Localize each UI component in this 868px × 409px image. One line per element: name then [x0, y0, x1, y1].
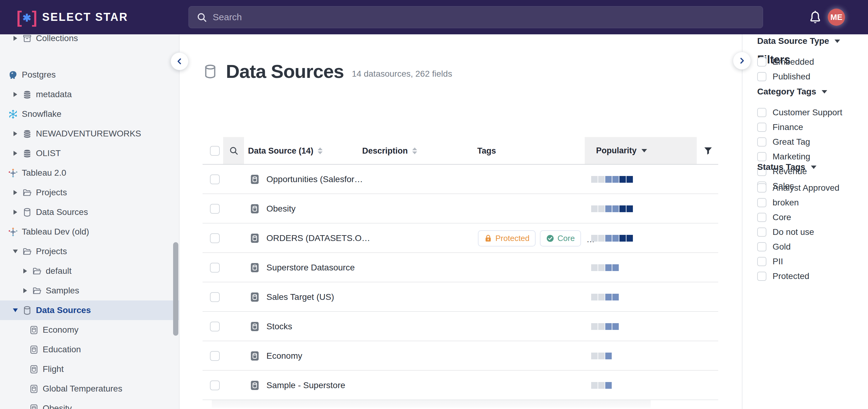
- table-row[interactable]: Sales Target (US): [203, 282, 718, 312]
- row-checkbox[interactable]: [210, 380, 220, 390]
- expand-caret-icon[interactable]: [20, 269, 30, 273]
- table-row[interactable]: Obesity: [203, 194, 718, 224]
- filter-checkbox[interactable]: [757, 213, 766, 222]
- sidebar-item[interactable]: Projects: [0, 242, 179, 261]
- sidebar-item[interactable]: Data Sources: [0, 202, 179, 222]
- sidebar-item[interactable]: metadata: [0, 84, 179, 104]
- sidebar-item[interactable]: Postgres: [0, 65, 179, 84]
- table-row[interactable]: Superstore Datasource: [203, 253, 718, 282]
- table-row[interactable]: Stocks: [203, 312, 718, 341]
- sidebar-scrollbar[interactable]: [173, 242, 178, 336]
- filter-checkbox[interactable]: [757, 123, 766, 132]
- expand-caret-icon[interactable]: [10, 131, 21, 136]
- sidebar-item[interactable]: Global Temperatures: [0, 379, 179, 399]
- sidebar-item[interactable]: Samples: [0, 281, 179, 301]
- row-checkbox[interactable]: [210, 292, 220, 302]
- sidebar-item[interactable]: Data Sources: [0, 301, 179, 320]
- row-checkbox[interactable]: [210, 321, 220, 332]
- sidebar-item[interactable]: Flight: [0, 359, 179, 379]
- row-checkbox[interactable]: [210, 233, 220, 243]
- table-row[interactable]: Opportunities (Salesfor…: [203, 165, 718, 194]
- sort-icons[interactable]: [318, 147, 322, 154]
- expand-caret-icon[interactable]: [10, 36, 21, 41]
- table-row[interactable]: Economy: [203, 341, 718, 371]
- brand-logo[interactable]: [✱] SELECT STAR: [17, 0, 128, 34]
- filter-checkbox[interactable]: [757, 108, 766, 117]
- expand-caret-icon[interactable]: [10, 308, 21, 312]
- filter-checkbox[interactable]: [757, 183, 766, 193]
- sidebar-item[interactable]: Obesity: [0, 399, 179, 409]
- datasource-name-link[interactable]: Economy: [267, 341, 302, 371]
- filter-section-header[interactable]: Data Source Type: [757, 34, 865, 48]
- sidebar-collapse-button[interactable]: [170, 53, 188, 70]
- datasource-name-link[interactable]: Superstore Datasource: [267, 253, 355, 282]
- filter-option: Great Tag: [757, 135, 865, 149]
- expand-caret-icon[interactable]: [10, 92, 21, 97]
- column-header-name[interactable]: Data Source (14): [248, 137, 322, 165]
- datasource-name-link[interactable]: Stocks: [267, 312, 292, 341]
- filters-collapse-button[interactable]: [733, 52, 751, 70]
- filter-section-header[interactable]: Category Tags: [757, 85, 865, 98]
- sidebar-item[interactable]: Education: [0, 340, 179, 359]
- table-search-button[interactable]: [223, 137, 244, 164]
- sidebar-item-label: Samples: [46, 286, 79, 296]
- filter-option: Customer Support: [757, 105, 865, 120]
- filter-option-label: Finance: [773, 122, 803, 132]
- datasource-name-link[interactable]: Sample - Superstore: [267, 371, 345, 400]
- sidebar-item[interactable]: NEWADVENTUREWORKS: [0, 124, 179, 143]
- notifications-bell-icon[interactable]: [808, 10, 822, 24]
- row-checkbox[interactable]: [210, 204, 220, 214]
- expand-caret-icon[interactable]: [20, 288, 30, 293]
- filter-checkbox[interactable]: [757, 257, 766, 266]
- column-header-popularity[interactable]: Popularity: [585, 137, 697, 164]
- popularity-segment: [591, 352, 598, 359]
- filter-checkbox[interactable]: [757, 72, 766, 81]
- filter-checkbox[interactable]: [757, 152, 766, 161]
- sidebar-item[interactable]: Projects: [0, 183, 179, 202]
- sidebar-item[interactable]: OLIST: [0, 143, 179, 163]
- filter-funnel-icon[interactable]: [703, 146, 713, 156]
- filter-checkbox[interactable]: [757, 137, 766, 146]
- tag-pill[interactable]: Protected: [478, 230, 536, 246]
- expand-caret-icon[interactable]: [10, 210, 21, 215]
- datasource-icon: [249, 349, 260, 363]
- datasource-icon: [29, 325, 39, 335]
- search-input[interactable]: [213, 12, 755, 22]
- expand-caret-icon[interactable]: [10, 249, 21, 253]
- select-all-checkbox[interactable]: [210, 146, 220, 156]
- row-checkbox[interactable]: [210, 351, 220, 361]
- row-checkbox[interactable]: [210, 174, 220, 184]
- table-row[interactable]: ORDERS (DATASETS.O… Protected Core: [203, 224, 718, 253]
- datasource-name-link[interactable]: Obesity: [267, 194, 296, 224]
- expand-caret-icon[interactable]: [10, 190, 21, 195]
- sidebar-item[interactable]: Tableau Dev (old): [0, 222, 179, 242]
- sort-icons[interactable]: [412, 147, 417, 154]
- sidebar-item[interactable]: Tableau 2.0: [0, 163, 179, 183]
- row-checkbox[interactable]: [210, 263, 220, 273]
- sidebar-item[interactable]: Collections: [0, 34, 179, 48]
- expand-caret-icon[interactable]: [10, 151, 21, 156]
- user-avatar[interactable]: ME: [828, 9, 845, 26]
- datasource-name-link[interactable]: Sales Target (US): [267, 282, 334, 312]
- sidebar-item[interactable]: default: [0, 261, 179, 281]
- datasources-icon: [22, 306, 32, 315]
- datasource-icon: [29, 365, 39, 374]
- tag-pill[interactable]: Core: [540, 230, 581, 246]
- filter-section: Status Tags Analyst Approved: [757, 160, 865, 283]
- filter-checkbox[interactable]: [757, 272, 766, 281]
- datasource-name-link[interactable]: ORDERS (DATASETS.O…: [267, 224, 370, 253]
- datasource-name-link[interactable]: Opportunities (Salesfor…: [267, 165, 363, 194]
- column-header-description[interactable]: Description: [362, 137, 417, 165]
- tree-list: Collections Postgres metadata: [0, 34, 179, 409]
- filter-checkbox[interactable]: [757, 198, 766, 207]
- row-tags: [478, 194, 479, 224]
- filter-section-header[interactable]: Status Tags: [757, 160, 865, 174]
- table-row[interactable]: Sample - Superstore: [203, 371, 718, 400]
- filter-checkbox[interactable]: [757, 57, 766, 67]
- filter-option-label: Analyst Approved: [773, 183, 839, 193]
- filter-checkbox[interactable]: [757, 228, 766, 237]
- sidebar-item[interactable]: Economy: [0, 320, 179, 340]
- sidebar-item[interactable]: Snowflake: [0, 104, 179, 124]
- filter-checkbox[interactable]: [757, 242, 766, 251]
- global-search[interactable]: [188, 6, 763, 28]
